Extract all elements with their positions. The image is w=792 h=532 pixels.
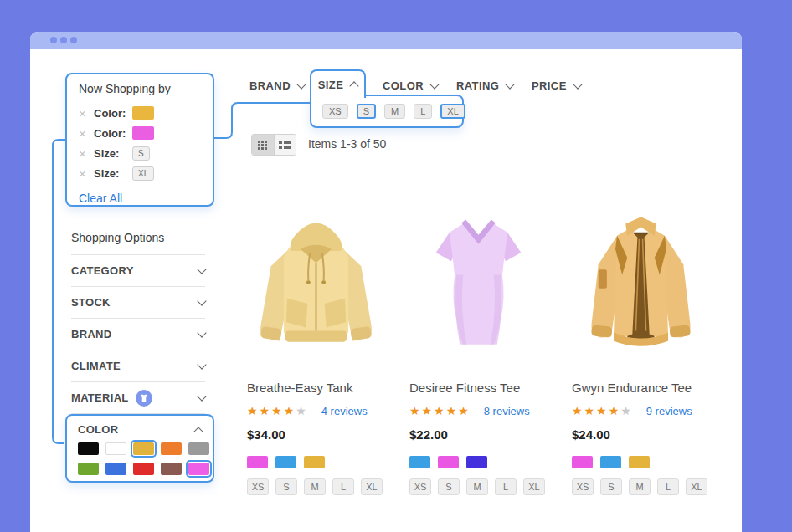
- color-swatch-green[interactable]: [78, 463, 99, 475]
- filter-price[interactable]: PRICE: [532, 79, 581, 92]
- accordion-material[interactable]: MATERIAL: [71, 382, 205, 414]
- accordion-color[interactable]: COLOR: [78, 423, 202, 436]
- browser-window: Now Shopping by × Color: × Color: × Size…: [30, 32, 742, 532]
- accordion-climate[interactable]: CLIMATE: [71, 350, 205, 382]
- accordion-category[interactable]: CATEGORY: [71, 255, 205, 287]
- product-rating-row: ★★★★★ 9 reviews: [572, 404, 712, 417]
- product-color-swatch[interactable]: [438, 456, 459, 468]
- product-color-swatch[interactable]: [466, 456, 487, 468]
- shopping-options: Shopping Options CATEGORY STOCK BRAND CL…: [71, 231, 205, 414]
- product-size-chip[interactable]: M: [304, 478, 326, 495]
- filter-size-label: SIZE: [318, 79, 344, 91]
- product-color-swatch[interactable]: [275, 456, 296, 468]
- filter-rating[interactable]: RATING: [456, 79, 513, 92]
- product-image-tan-jacket[interactable]: [572, 198, 710, 360]
- filter-color-swatch: [132, 126, 154, 140]
- product-size-chip[interactable]: S: [600, 478, 622, 495]
- accordion-stock[interactable]: STOCK: [71, 287, 205, 319]
- product-size-options: XS S M L XL: [247, 478, 388, 495]
- product-size-chip[interactable]: XL: [686, 478, 707, 495]
- star-rating: ★★★★★: [247, 404, 308, 417]
- color-swatch-magenta[interactable]: [188, 463, 209, 475]
- remove-filter-icon[interactable]: ×: [79, 107, 94, 120]
- color-swatch-white[interactable]: [105, 442, 126, 455]
- filter-rating-label: RATING: [456, 79, 499, 92]
- product-price: $22.00: [409, 427, 550, 442]
- product-color-swatch[interactable]: [600, 456, 621, 468]
- list-view-button[interactable]: [274, 135, 296, 155]
- product-size-chip[interactable]: L: [657, 478, 679, 495]
- active-filter-row: × Color:: [79, 103, 201, 123]
- color-swatch-brown[interactable]: [161, 463, 182, 475]
- items-count: Items 1-3 of 50: [308, 137, 386, 151]
- product-size-options: XS S M L XL: [572, 478, 712, 495]
- filter-color-label: COLOR: [383, 79, 424, 92]
- product-name[interactable]: Breathe-Easy Tank: [247, 381, 388, 395]
- reviews-link[interactable]: 8 reviews: [484, 405, 530, 417]
- chevron-down-icon: [197, 360, 206, 369]
- remove-filter-icon[interactable]: ×: [79, 147, 94, 160]
- active-filter-row: × Size: S: [79, 143, 201, 163]
- chevron-up-icon: [350, 81, 359, 90]
- size-option-l[interactable]: L: [414, 104, 432, 119]
- browser-titlebar[interactable]: [30, 32, 742, 49]
- product-size-chip[interactable]: M: [466, 478, 488, 495]
- accordion-label: STOCK: [71, 296, 111, 309]
- filter-color[interactable]: COLOR: [383, 79, 438, 92]
- color-swatch-black[interactable]: [78, 442, 99, 455]
- window-dot-icon[interactable]: [70, 37, 77, 43]
- product-size-chip[interactable]: L: [495, 478, 517, 495]
- accordion-brand[interactable]: BRAND: [71, 319, 205, 350]
- product-name[interactable]: Gwyn Endurance Tee: [572, 381, 712, 395]
- filter-type-label: Color:: [94, 127, 129, 140]
- color-swatch-blue[interactable]: [105, 463, 126, 475]
- color-swatch-grid: [78, 442, 202, 475]
- product-color-swatch[interactable]: [629, 456, 650, 468]
- remove-filter-icon[interactable]: ×: [79, 127, 94, 140]
- grid-view-button[interactable]: [252, 135, 274, 155]
- color-swatch-gray[interactable]: [188, 442, 209, 455]
- reviews-link[interactable]: 4 reviews: [321, 405, 368, 417]
- product-size-chip[interactable]: S: [438, 478, 460, 495]
- product-size-chip[interactable]: S: [275, 478, 297, 495]
- product-color-swatch[interactable]: [304, 456, 325, 468]
- filter-brand-label: BRAND: [249, 79, 291, 92]
- product-size-chip[interactable]: M: [629, 478, 651, 495]
- color-swatch-orange[interactable]: [161, 442, 182, 455]
- remove-filter-icon[interactable]: ×: [79, 167, 94, 180]
- product-size-chip[interactable]: L: [332, 478, 354, 495]
- now-shopping-panel: Now Shopping by × Color: × Color: × Size…: [65, 73, 214, 207]
- product-size-chip[interactable]: XS: [247, 478, 269, 495]
- product-color-swatch[interactable]: [247, 456, 268, 468]
- product-size-chip[interactable]: XS: [572, 478, 594, 495]
- grid-view-icon: [258, 141, 267, 150]
- size-option-s[interactable]: S: [357, 104, 376, 119]
- color-filter-panel: COLOR: [65, 414, 214, 483]
- filter-brand[interactable]: BRAND: [249, 79, 305, 92]
- size-option-xl[interactable]: XL: [440, 104, 465, 119]
- size-option-m[interactable]: M: [384, 104, 405, 119]
- product-color-options: [409, 456, 550, 468]
- clear-all-link[interactable]: Clear All: [79, 192, 201, 205]
- tshirt-badge-icon: [136, 390, 152, 407]
- size-option-xs[interactable]: XS: [322, 104, 348, 119]
- chevron-down-icon: [296, 79, 306, 89]
- reviews-link[interactable]: 9 reviews: [646, 405, 692, 417]
- page-content: Now Shopping by × Color: × Color: × Size…: [30, 49, 742, 532]
- filter-size-tab[interactable]: SIZE: [310, 69, 366, 98]
- product-size-chip[interactable]: XL: [523, 478, 545, 495]
- product-color-swatch[interactable]: [572, 456, 593, 468]
- product-image-lavender-tee[interactable]: [409, 198, 548, 360]
- product-name[interactable]: Desiree Fitness Tee: [409, 381, 550, 395]
- color-swatch-red[interactable]: [133, 463, 154, 475]
- filter-size-chip: XL: [132, 166, 154, 181]
- window-dot-icon[interactable]: [60, 37, 67, 43]
- color-swatch-yellow[interactable]: [133, 442, 154, 455]
- product-color-swatch[interactable]: [409, 456, 430, 468]
- product-size-chip[interactable]: XL: [361, 478, 383, 495]
- product-card: Breathe-Easy Tank ★★★★★ 4 reviews $34.00…: [247, 198, 388, 495]
- product-image-yellow-hoodie[interactable]: [247, 198, 385, 360]
- product-size-chip[interactable]: XS: [409, 478, 431, 495]
- window-dot-icon[interactable]: [50, 37, 57, 43]
- chevron-up-icon: [193, 427, 203, 436]
